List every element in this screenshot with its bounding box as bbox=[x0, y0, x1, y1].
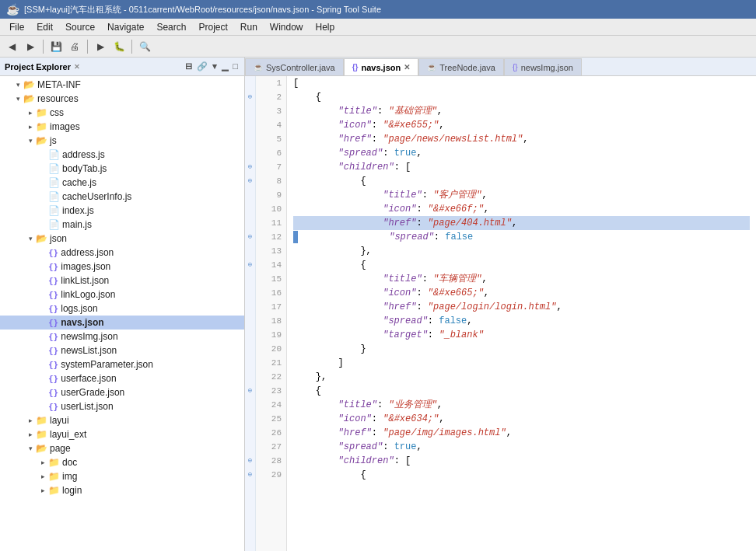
tree-item-logs-json[interactable]: {}logs.json bbox=[0, 302, 244, 316]
code-line-26[interactable]: "href": "page/img/images.html", bbox=[293, 426, 750, 440]
editor-tab-syscontroller[interactable]: ☕SysController.java bbox=[245, 58, 344, 75]
gutter-mark-7[interactable]: ⊖ bbox=[245, 160, 255, 174]
tree-item-address-json[interactable]: {}address.json bbox=[0, 246, 244, 260]
tree-expander[interactable]: ▾ bbox=[25, 135, 36, 146]
code-line-1[interactable]: [ bbox=[293, 76, 750, 90]
tree-item-img[interactable]: ▸📁img bbox=[0, 469, 244, 483]
code-line-21[interactable]: ] bbox=[293, 356, 750, 370]
toolbar-run-btn[interactable]: ▶ bbox=[92, 38, 109, 55]
code-line-12[interactable]: "spread": false bbox=[293, 230, 750, 244]
code-line-28[interactable]: "children": [ bbox=[293, 454, 750, 468]
tree-item-navs-json[interactable]: {}navs.json bbox=[0, 316, 244, 330]
editor-tab-navsjson[interactable]: {}navs.json ✕ bbox=[344, 58, 419, 75]
code-line-7[interactable]: "children": [ bbox=[293, 160, 750, 174]
tree-expander[interactable] bbox=[37, 163, 48, 174]
menu-item-run[interactable]: Run bbox=[234, 20, 264, 34]
code-line-24[interactable]: "title": "业务管理", bbox=[293, 398, 750, 412]
tree-item-doc[interactable]: ▸📁doc bbox=[0, 455, 244, 469]
code-line-9[interactable]: "title": "客户管理", bbox=[293, 188, 750, 202]
menu-item-source[interactable]: Source bbox=[59, 20, 101, 34]
tree-item-newslist-json[interactable]: {}newsList.json bbox=[0, 344, 244, 357]
tree-item-meta-inf[interactable]: ▾📂META-INF bbox=[0, 78, 244, 92]
gutter-mark-2[interactable]: ⊖ bbox=[245, 90, 255, 104]
collapse-all-btn[interactable]: ⊟ bbox=[184, 61, 194, 72]
code-line-15[interactable]: "title": "车辆管理", bbox=[293, 272, 750, 286]
toolbar-debug-btn[interactable]: 🐛 bbox=[110, 38, 128, 55]
code-line-11[interactable]: "href": "page/404.html", bbox=[293, 216, 750, 230]
code-line-13[interactable]: }, bbox=[293, 244, 750, 258]
menu-item-project[interactable]: Project bbox=[192, 20, 233, 34]
tree-item-main-js[interactable]: 📄main.js bbox=[0, 218, 244, 232]
code-line-8[interactable]: { bbox=[293, 174, 750, 188]
editor-tab-treenode[interactable]: ☕TreeNode.java bbox=[418, 58, 504, 75]
tree-expander[interactable]: ▸ bbox=[37, 485, 48, 496]
panel-minimize-btn[interactable]: ▁ bbox=[220, 61, 229, 72]
tree-expander[interactable]: ▾ bbox=[25, 233, 36, 244]
tree-expander[interactable] bbox=[37, 205, 48, 216]
panel-maximize-btn[interactable]: □ bbox=[231, 61, 240, 72]
tree-expander[interactable] bbox=[37, 401, 48, 412]
panel-menu-btn[interactable]: ▾ bbox=[211, 61, 219, 72]
tree-item-userface-json[interactable]: {}userface.json bbox=[0, 371, 244, 385]
gutter-mark-8[interactable]: ⊖ bbox=[245, 174, 255, 188]
code-line-2[interactable]: { bbox=[293, 90, 750, 104]
toolbar-forward-btn[interactable]: ▶ bbox=[22, 38, 39, 55]
tree-item-linklist-json[interactable]: {}linkList.json bbox=[0, 274, 244, 288]
tree-expander[interactable]: ▾ bbox=[12, 93, 23, 104]
tree-item-index-js[interactable]: 📄index.js bbox=[0, 204, 244, 218]
tree-expander[interactable] bbox=[37, 331, 48, 342]
tree-expander[interactable] bbox=[37, 289, 48, 300]
tree-expander[interactable] bbox=[37, 373, 48, 384]
gutter-mark-14[interactable]: ⊖ bbox=[245, 258, 255, 272]
tree-item-bodytab-js[interactable]: 📄bodyTab.js bbox=[0, 162, 244, 176]
code-line-5[interactable]: "href": "page/news/newsList.html", bbox=[293, 132, 750, 146]
code-line-22[interactable]: }, bbox=[293, 370, 750, 384]
toolbar-back-btn[interactable]: ◀ bbox=[3, 38, 20, 55]
tree-expander[interactable]: ▸ bbox=[25, 121, 36, 132]
tree-item-userlist-json[interactable]: {}userList.json bbox=[0, 399, 244, 413]
tree-expander[interactable]: ▸ bbox=[37, 457, 48, 468]
code-line-14[interactable]: { bbox=[293, 258, 750, 272]
tree-expander[interactable]: ▾ bbox=[12, 79, 23, 90]
code-line-16[interactable]: "icon": "&#xe665;", bbox=[293, 286, 750, 300]
tree-item-js[interactable]: ▾📂js bbox=[0, 134, 244, 148]
code-line-6[interactable]: "spread": true, bbox=[293, 146, 750, 160]
code-line-27[interactable]: "spread": true, bbox=[293, 440, 750, 454]
tree-item-login[interactable]: ▸📁login bbox=[0, 483, 244, 497]
toolbar-search-btn[interactable]: 🔍 bbox=[136, 38, 153, 55]
tree-container[interactable]: ▾📂META-INF▾📂resources▸📁css▸📁images▾📂js 📄… bbox=[0, 76, 244, 551]
code-line-3[interactable]: "title": "基础管理", bbox=[293, 104, 750, 118]
tree-expander[interactable] bbox=[37, 359, 48, 370]
tree-item-images[interactable]: ▸📁images bbox=[0, 120, 244, 134]
tree-item-address-js[interactable]: 📄address.js bbox=[0, 148, 244, 162]
code-line-17[interactable]: "href": "page/login/login.html", bbox=[293, 300, 750, 314]
code-line-20[interactable]: } bbox=[293, 342, 750, 356]
gutter-mark-12[interactable]: ⊖ bbox=[245, 230, 255, 244]
code-line-19[interactable]: "target": "_blank" bbox=[293, 328, 750, 342]
gutter-mark-28[interactable]: ⊖ bbox=[245, 454, 255, 468]
tree-expander[interactable] bbox=[37, 345, 48, 356]
tree-item-systemparameter-json[interactable]: {}systemParameter.json bbox=[0, 357, 244, 371]
menu-item-search[interactable]: Search bbox=[150, 20, 192, 34]
code-line-29[interactable]: { bbox=[293, 468, 750, 482]
code-line-23[interactable]: { bbox=[293, 384, 750, 398]
tree-item-resources[interactable]: ▾📂resources bbox=[0, 92, 244, 106]
tree-item-usergrade-json[interactable]: {}userGrade.json bbox=[0, 385, 244, 399]
tree-expander[interactable] bbox=[37, 317, 48, 328]
toolbar-print-btn[interactable]: 🖨 bbox=[66, 38, 83, 55]
code-content[interactable]: [ { "title": "基础管理", "icon": "&#xe655;",… bbox=[287, 76, 756, 551]
tree-item-cache-js[interactable]: 📄cache.js bbox=[0, 176, 244, 190]
code-line-25[interactable]: "icon": "&#xe634;", bbox=[293, 412, 750, 426]
tree-item-linklogo-json[interactable]: {}linkLogo.json bbox=[0, 288, 244, 302]
tree-expander[interactable] bbox=[37, 275, 48, 286]
editor-tab-newsimgjson[interactable]: {}newsImg.json bbox=[504, 58, 582, 75]
gutter-mark-23[interactable]: ⊖ bbox=[245, 384, 255, 398]
code-line-18[interactable]: "spread": false, bbox=[293, 314, 750, 328]
tree-expander[interactable]: ▸ bbox=[37, 471, 48, 482]
tree-item-page[interactable]: ▾📂page bbox=[0, 441, 244, 455]
tree-item-layui[interactable]: ▸📁layui bbox=[0, 413, 244, 427]
menu-item-file[interactable]: File bbox=[3, 20, 30, 34]
tree-expander[interactable]: ▸ bbox=[25, 429, 36, 440]
tree-expander[interactable] bbox=[37, 149, 48, 160]
menu-item-help[interactable]: Help bbox=[310, 20, 341, 34]
